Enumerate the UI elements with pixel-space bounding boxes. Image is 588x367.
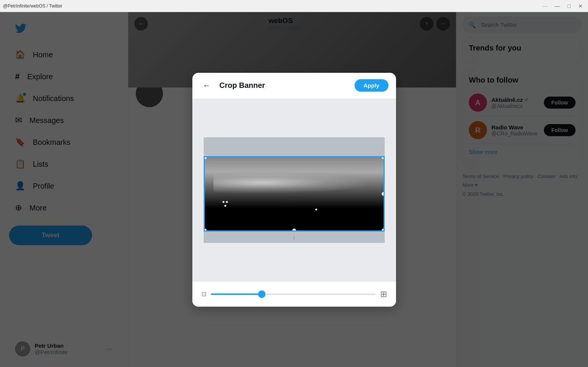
modal-apply-button[interactable]: Apply bbox=[355, 79, 388, 92]
crop-handle-bottom-mid[interactable] bbox=[292, 229, 296, 232]
titlebar-controls: ··· — □ ✕ bbox=[540, 2, 585, 10]
crop-image bbox=[205, 157, 384, 230]
zoom-out-icon: ⊡ bbox=[201, 290, 206, 298]
crop-area-outer: ↓ bbox=[204, 137, 385, 243]
crop-dot-3 bbox=[224, 205, 226, 207]
modal-back-button[interactable]: ← bbox=[200, 79, 213, 92]
modal-footer: ⊡ ⊞ bbox=[192, 282, 396, 307]
modal-title: Crop Banner bbox=[220, 81, 355, 90]
titlebar-minimize-btn[interactable]: — bbox=[553, 2, 562, 10]
titlebar-title: @PetrInfinite/webOS / Twitter bbox=[3, 3, 62, 9]
crop-selection[interactable] bbox=[204, 156, 385, 232]
crop-banner-modal: ← Crop Banner Apply bbox=[192, 73, 396, 307]
titlebar-more-btn[interactable]: ··· bbox=[540, 2, 550, 10]
zoom-slider[interactable] bbox=[211, 293, 376, 295]
crop-gray-bottom: ↓ bbox=[204, 232, 385, 243]
modal-overlay: ← Crop Banner Apply bbox=[0, 12, 588, 367]
titlebar: @PetrInfinite/webOS / Twitter ··· — □ ✕ bbox=[0, 0, 588, 12]
modal-header: ← Crop Banner Apply bbox=[192, 73, 396, 99]
modal-body: ↓ bbox=[192, 99, 396, 282]
crop-arrow-down: ↓ bbox=[204, 232, 385, 241]
titlebar-maximize-btn[interactable]: □ bbox=[565, 2, 573, 10]
crop-gray-top bbox=[204, 137, 385, 156]
zoom-in-icon: ⊞ bbox=[380, 289, 387, 299]
crop-handle-bottom-right[interactable] bbox=[382, 229, 385, 232]
titlebar-close-btn[interactable]: ✕ bbox=[576, 2, 585, 10]
crop-handle-bottom-left[interactable] bbox=[204, 229, 207, 232]
crop-handle-right-mid[interactable] bbox=[382, 192, 385, 196]
